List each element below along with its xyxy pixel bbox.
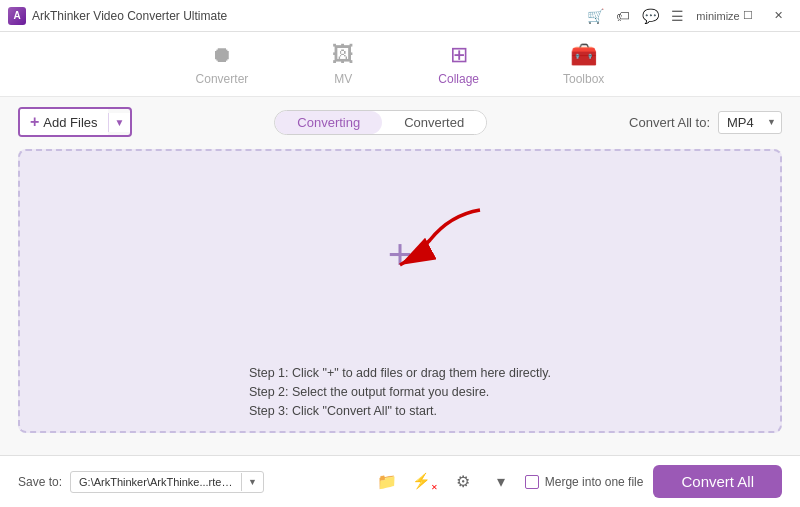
- step-3: Step 3: Click "Convert All" to start.: [249, 404, 551, 418]
- toolbox-label: Toolbox: [563, 72, 604, 86]
- save-to-section: Save to: G:\ArkThinker\ArkThinke...rter …: [18, 471, 363, 493]
- merge-section: Merge into one file: [525, 475, 644, 489]
- drop-zone[interactable]: + Step 1: Click "+" to add files o: [18, 149, 782, 433]
- app-logo: A: [8, 7, 26, 25]
- window-controls: minimize ☐ ✕: [704, 5, 792, 27]
- menu-icon[interactable]: ☰: [671, 8, 684, 24]
- convert-all-to-label: Convert All to:: [629, 115, 710, 130]
- settings-dropdown-button[interactable]: ▾: [487, 468, 515, 496]
- merge-checkbox[interactable]: [525, 475, 539, 489]
- convert-all-to: Convert All to: MP4 MKV AVI MOV: [629, 111, 782, 134]
- tag-icon[interactable]: 🏷: [616, 8, 630, 24]
- nav-item-mv[interactable]: 🖼 MV: [320, 34, 366, 94]
- nav-bar: ⏺ Converter 🖼 MV ⊞ Collage 🧰 Toolbox: [0, 32, 800, 97]
- format-select-wrapper: MP4 MKV AVI MOV: [718, 111, 782, 134]
- step-1: Step 1: Click "+" to add files or drag t…: [249, 366, 551, 380]
- cart-icon[interactable]: 🛒: [587, 8, 604, 24]
- nav-item-converter[interactable]: ⏺ Converter: [184, 34, 261, 94]
- converter-label: Converter: [196, 72, 249, 86]
- add-files-main: + Add Files: [20, 109, 108, 135]
- folder-icon: 📁: [377, 472, 397, 491]
- titlebar-right: 🛒 🏷 💬 ☰ minimize ☐ ✕: [587, 5, 792, 27]
- flash-off-icon: ⚡✕: [412, 472, 438, 492]
- mv-label: MV: [334, 72, 352, 86]
- toolbox-icon: 🧰: [570, 42, 597, 68]
- toolbar-row: + Add Files ▼ Converting Converted Conve…: [18, 107, 782, 137]
- save-path-dropdown[interactable]: G:\ArkThinker\ArkThinke...rter Ultimate\…: [70, 471, 264, 493]
- add-files-dropdown-arrow[interactable]: ▼: [108, 113, 131, 132]
- red-arrow: [380, 205, 490, 278]
- tab-converting[interactable]: Converting: [275, 111, 382, 134]
- tab-converted[interactable]: Converted: [382, 111, 486, 134]
- close-button[interactable]: ✕: [764, 5, 792, 27]
- app-title: ArkThinker Video Converter Ultimate: [32, 9, 227, 23]
- maximize-button[interactable]: ☐: [734, 5, 762, 27]
- collage-label: Collage: [438, 72, 479, 86]
- main-content: + Add Files ▼ Converting Converted Conve…: [0, 97, 800, 455]
- gear-icon: ⚙: [456, 472, 470, 491]
- chevron-down-icon: ▾: [497, 472, 505, 491]
- collage-icon: ⊞: [450, 42, 468, 68]
- nav-item-collage[interactable]: ⊞ Collage: [426, 34, 491, 94]
- minimize-button[interactable]: minimize: [704, 5, 732, 27]
- drop-inner: +: [20, 151, 780, 358]
- convert-all-button[interactable]: Convert All: [653, 465, 782, 498]
- save-to-label: Save to:: [18, 475, 62, 489]
- convert-tabs: Converting Converted: [274, 110, 487, 135]
- bottom-icons: 📁 ⚡✕ ⚙ ▾: [373, 468, 515, 496]
- save-path-text: G:\ArkThinker\ArkThinke...rter Ultimate\…: [71, 472, 241, 492]
- steps-area: Step 1: Click "+" to add files or drag t…: [237, 358, 563, 431]
- chat-icon[interactable]: 💬: [642, 8, 659, 24]
- open-folder-button[interactable]: 📁: [373, 468, 401, 496]
- step-2: Step 2: Select the output format you des…: [249, 385, 551, 399]
- gear-settings-button[interactable]: ⚙: [449, 468, 477, 496]
- bottom-bar: Save to: G:\ArkThinker\ArkThinke...rter …: [0, 455, 800, 507]
- flash-settings-button[interactable]: ⚡✕: [411, 468, 439, 496]
- add-files-label: Add Files: [43, 115, 97, 130]
- merge-label: Merge into one file: [545, 475, 644, 489]
- titlebar-left: A ArkThinker Video Converter Ultimate: [8, 7, 227, 25]
- mv-icon: 🖼: [332, 42, 354, 68]
- title-bar: A ArkThinker Video Converter Ultimate 🛒 …: [0, 0, 800, 32]
- converter-icon: ⏺: [211, 42, 233, 68]
- drop-content: + Step 1: Click "+" to add files o: [20, 151, 780, 431]
- format-select[interactable]: MP4 MKV AVI MOV: [718, 111, 782, 134]
- nav-item-toolbox[interactable]: 🧰 Toolbox: [551, 34, 616, 94]
- path-dropdown-arrow[interactable]: ▼: [241, 473, 263, 491]
- add-files-button[interactable]: + Add Files ▼: [18, 107, 132, 137]
- plus-icon: +: [30, 113, 39, 131]
